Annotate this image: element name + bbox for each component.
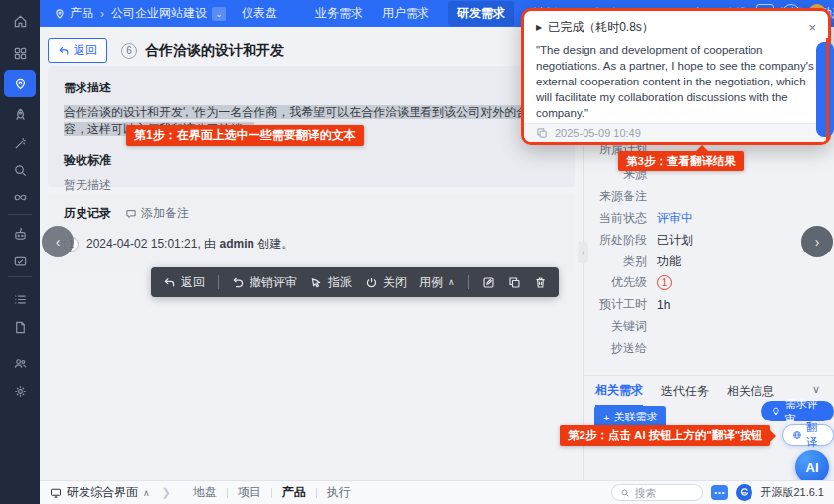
bottom-nav-product[interactable]: 产品 — [282, 484, 306, 501]
settings-gear-icon[interactable] — [6, 378, 34, 404]
field-label: 优先级 — [587, 274, 647, 291]
rocket-icon[interactable] — [6, 101, 34, 127]
main-content: 返回 6 合作洽谈的设计和开发 需求描述 合作洽谈的设计和开发', '作为一名合… — [40, 27, 583, 480]
previous-item-button[interactable]: ‹ — [42, 226, 74, 257]
field-value[interactable]: 已计划 — [657, 232, 693, 249]
bottom-divider — [271, 488, 272, 498]
acceptance-heading: 验收标准 — [64, 152, 559, 169]
back-button[interactable]: 返回 — [48, 38, 107, 63]
action-toolbar: 返回 撤销评审 指派 关闭 用例 ∧ — [151, 267, 559, 297]
app-window: 产品 › 公司企业网站建设 ⌄ 仪表盘 业务需求 用户需求 研发需求 计划 矩阵… — [0, 0, 834, 504]
history-heading: 历史记录 — [64, 205, 111, 222]
field-label: 预计工时 — [587, 296, 647, 313]
back-arrow-icon — [163, 276, 176, 289]
left-sidebar — [0, 0, 40, 504]
team-icon[interactable] — [6, 350, 34, 376]
requirement-review-button[interactable]: 需求评审 — [761, 401, 834, 421]
breadcrumb-separator: › — [100, 7, 104, 21]
chevron-up-icon: ∧ — [143, 488, 150, 498]
usecase-menu-button[interactable]: 用例 ∧ — [419, 274, 455, 291]
translation-result-popup: ▶ 已完成（耗时0.8s） × "The design and developm… — [521, 8, 831, 145]
toolbar-back-button[interactable]: 返回 — [163, 274, 205, 291]
popup-status-text: 已完成（耗时0.8s） — [548, 19, 654, 36]
field-value[interactable]: 1h — [657, 298, 670, 312]
popup-timestamp: 2025-05-09 10:49 — [555, 127, 641, 139]
edit-icon — [482, 276, 495, 289]
project-name[interactable]: 公司企业网站建设 — [111, 5, 207, 22]
field-label: 所处阶段 — [587, 232, 647, 249]
project-dropdown-caret[interactable]: ⌄ — [212, 7, 226, 21]
back-arrow-icon — [58, 45, 70, 57]
field-label: 类别 — [587, 253, 647, 270]
page-title: 合作洽谈的设计和开发 — [145, 42, 284, 60]
bottom-nav-execution[interactable]: 执行 — [327, 484, 351, 501]
panel-collapse-handle[interactable]: › — [578, 242, 588, 263]
tab-business-requirements[interactable]: 业务需求 — [315, 5, 363, 22]
tab-related-requirements[interactable]: 相关需求 — [595, 382, 643, 407]
power-icon — [365, 276, 378, 289]
apps-grid-icon[interactable] — [6, 40, 34, 66]
sidebar-divider — [8, 214, 32, 215]
tab-dashboard[interactable]: 仪表盘 — [242, 5, 277, 22]
annotation-border-segment — [826, 38, 829, 141]
document-icon[interactable] — [6, 314, 34, 340]
chevron-up-icon: ∧ — [448, 277, 455, 287]
product-pin-icon[interactable] — [4, 70, 36, 97]
list-icon[interactable] — [6, 286, 34, 312]
close-icon[interactable]: × — [808, 20, 816, 35]
collapsed-edge-button[interactable] — [816, 42, 834, 137]
bottom-nav-territory[interactable]: 地盘 — [193, 484, 217, 501]
toolbar-divider — [468, 275, 469, 289]
chevron-down-icon[interactable]: ∨ — [812, 383, 820, 396]
bottom-search-box[interactable] — [611, 484, 703, 501]
next-item-button[interactable]: › — [801, 226, 833, 257]
version-text: 开源版21.6.1 — [760, 485, 824, 500]
history-entry: 1 2024-04-02 15:01:21, 由 admin 创建。 — [64, 236, 559, 252]
toolbar-divider — [218, 275, 219, 289]
feedback-screen-icon[interactable] — [6, 249, 34, 274]
module-label[interactable]: 产品 — [70, 5, 93, 22]
feedback-chat-icon[interactable]: ••• — [711, 485, 728, 500]
wand-icon[interactable] — [6, 130, 34, 156]
history-entry-user: admin — [219, 237, 253, 251]
robot-icon[interactable] — [6, 221, 34, 247]
expand-triangle-icon[interactable]: ▶ — [536, 23, 542, 32]
infinity-icon[interactable] — [6, 184, 34, 210]
history-entry-action: 创建。 — [257, 237, 293, 251]
tab-iteration-tasks[interactable]: 迭代任务 — [661, 383, 709, 406]
search-scope-icon[interactable] — [6, 157, 34, 183]
priority-badge[interactable]: 1 — [657, 275, 672, 290]
annotation-notch — [696, 145, 708, 151]
annotation-notch — [770, 430, 776, 442]
copy-icon[interactable] — [536, 127, 548, 139]
bottom-bar: 研发综合界面 ∧ ❯ 地盘 项目 产品 执行 ••• 开源版21.6.1 — [40, 480, 834, 504]
tab-user-requirements[interactable]: 用户需求 — [382, 5, 429, 22]
history-entry-text: 2024-04-02 15:01:21, 由 — [86, 237, 216, 251]
edit-button[interactable] — [482, 276, 495, 289]
ai-assistant-button[interactable]: AI — [795, 450, 829, 484]
workspace-monitor-icon — [50, 487, 62, 499]
search-input[interactable] — [634, 487, 694, 499]
assign-pointer-icon — [310, 276, 323, 289]
field-value-status[interactable]: 评审中 — [657, 210, 693, 227]
related-tabs: 相关需求 迭代任务 相关信息 — [595, 382, 774, 407]
revoke-review-button[interactable]: 撤销评审 — [232, 274, 297, 291]
translate-button[interactable]: 翻译 — [782, 424, 834, 446]
lightbulb-icon — [771, 406, 781, 417]
assign-button[interactable]: 指派 — [310, 274, 352, 291]
breadcrumb-chevron-icon: ❯ — [162, 486, 171, 499]
annotation-step2: 第2步：点击 AI 按钮上方的"翻译"按钮 — [560, 425, 770, 446]
annotation-step1: 第1步：在界面上选中一些需要翻译的文本 — [126, 125, 364, 146]
workspace-switcher[interactable]: 研发综合界面 ∧ — [50, 484, 150, 501]
tab-dev-requirements[interactable]: 研发需求 — [448, 1, 514, 26]
translation-text: "The design and development of cooperati… — [524, 40, 828, 123]
field-value[interactable]: 功能 — [657, 253, 681, 270]
home-icon[interactable] — [6, 8, 34, 34]
delete-button[interactable] — [534, 276, 547, 289]
close-requirement-button[interactable]: 关闭 — [365, 274, 407, 291]
add-note-button[interactable]: 添加备注 — [125, 205, 189, 222]
bottom-nav-project[interactable]: 项目 — [238, 484, 261, 501]
zentao-logo[interactable] — [736, 484, 752, 501]
copy-button[interactable] — [508, 276, 521, 289]
copy-icon — [508, 276, 521, 289]
